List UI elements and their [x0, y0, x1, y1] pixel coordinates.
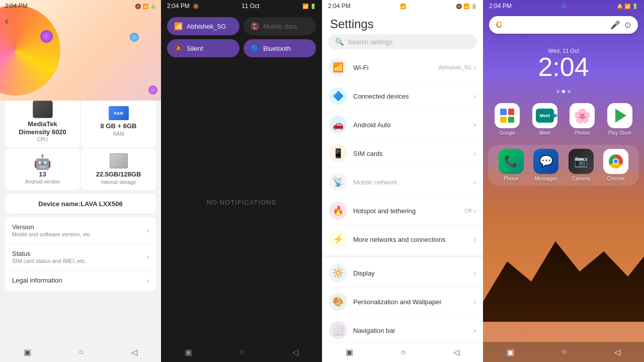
panel4-nav-recent[interactable]: ▣ [507, 347, 514, 357]
decorative-bubble-3 [148, 85, 157, 95]
app-photos[interactable]: 🌸 Photos [566, 103, 599, 136]
settings-item-personalization[interactable]: 🎨 Personalization and Wallpaper › [322, 288, 483, 316]
mobile-data-tile[interactable]: 📵 Mobile data [244, 17, 316, 35]
more-networks-title: More networks and connections [353, 236, 473, 243]
android-auto-icon: 🚗 [329, 116, 347, 134]
google-g-letter: G [562, 3, 567, 10]
connected-devices-icon: 🔷 [329, 87, 347, 105]
mobile-network-chevron: › [473, 178, 476, 186]
settings-item-sim[interactable]: 📱 SIM cards › [322, 139, 483, 168]
panel-home-screen: 2:04 PM G 🔔 📶 🔋 G 🎤 ⊙ Wed, 11 Oct 2:04 [483, 0, 644, 362]
google-grid-icon [500, 109, 514, 123]
camera-app-icon: 📷 [569, 149, 594, 174]
back-button[interactable]: ‹ [5, 15, 9, 27]
google-logo: G [496, 21, 502, 30]
settings-divider [322, 255, 483, 258]
settings-item-mobile-network[interactable]: 📡 Mobile network › [322, 168, 483, 197]
settings-item-nav-bar[interactable]: ⬜ Navigation bar › [322, 316, 483, 342]
bluetooth-tile[interactable]: 🔵 Bluetooth [244, 39, 316, 57]
settings-search-bar[interactable]: 🔍 Search settings [328, 34, 477, 49]
settings-item-hotspot[interactable]: 🔥 Hotspot and tethering Off › [322, 197, 483, 225]
nav-back-icon[interactable]: ◁ [131, 347, 137, 357]
wifi-tile-label: Abhishek_5G [187, 23, 226, 30]
panel3-nav: ▣ ○ ◁ [322, 342, 483, 362]
google-search-bar[interactable]: G 🎤 ⊙ [489, 16, 638, 34]
nav-bar-icon: ⬜ [329, 321, 347, 339]
silent-tile-icon: 🔕 [174, 44, 183, 52]
device-name-text: Device name:LAVA LXX506 [38, 200, 122, 208]
chrome-app-icon [603, 149, 628, 174]
app-messages[interactable]: 💬 Messages [531, 149, 561, 182]
panel2-nav: ▣ ○ ◁ [161, 342, 322, 362]
battery-icon: 🔋 [150, 4, 156, 9]
google-grid-blue [500, 109, 507, 115]
hotspot-title: Hotspot and tethering [353, 207, 464, 215]
spec-card-storage: 22.5GB/128GB Internal storage [81, 148, 156, 190]
version-menu-item[interactable]: Version Model and software version, etc.… [5, 217, 156, 244]
panel2-nav-recent[interactable]: ▣ [185, 347, 192, 357]
about-menu: Version Model and software version, etc.… [5, 217, 156, 291]
page-dot-1 [556, 90, 559, 93]
silent-tile-label: Silent [187, 45, 203, 52]
photos-app-label: Photos [575, 130, 590, 136]
device-header-bg: 2:04 PM 🔕 📶 🔋 ‹ [0, 0, 161, 101]
panel2-status-bar: 2:04 PM 🔕 11 Oct 📶 🔋 [161, 0, 322, 12]
app-chrome[interactable]: Chrome [601, 149, 631, 182]
bluetooth-tile-label: Bluetooth [263, 45, 291, 52]
play-triangle-icon [615, 109, 626, 123]
panel4-battery-icon: 🔋 [632, 4, 638, 9]
google-lens-icon[interactable]: ⊙ [624, 20, 631, 30]
notification-area: NO NOTIFICATIONS [161, 62, 322, 342]
app-phone[interactable]: 📞 Phone [496, 149, 526, 182]
app-grid-row1: Google Meet Meet 🌸 Photos Play Stor [483, 98, 644, 141]
settings-item-connected-devices[interactable]: 🔷 Connected devices › [322, 82, 483, 111]
panel3-nav-back[interactable]: ◁ [453, 347, 459, 357]
app-camera[interactable]: 📷 Camera [566, 149, 596, 182]
personalization-chevron: › [473, 298, 476, 306]
status-title: Status [12, 250, 86, 257]
wifi-tile[interactable]: 📶 Abhishek_5G [167, 17, 239, 35]
settings-item-android-auto[interactable]: 🚗 Android Auto › [322, 111, 483, 139]
status-menu-item[interactable]: Status SIM card status and IMEI, etc. › [5, 244, 156, 270]
app-grid-row2: 📞 Phone 💬 Messages 📷 Camera Chr [488, 145, 639, 186]
personalization-content: Personalization and Wallpaper [353, 298, 473, 306]
panel3-time: 2:04 PM [328, 3, 351, 10]
meet-camera-shape [553, 113, 558, 119]
silent-tile[interactable]: 🔕 Silent [167, 39, 239, 57]
panel1-nav: ▣ ○ ◁ [0, 342, 161, 362]
page-dot-3 [568, 90, 571, 93]
wifi-settings-content: Wi-Fi [353, 64, 438, 71]
app-playstore[interactable]: Play Store [604, 103, 636, 136]
connected-devices-content: Connected devices [353, 93, 473, 100]
panel3-signal-area: 📶 [400, 4, 406, 9]
settings-item-more-networks[interactable]: ⚡ More networks and connections › [322, 225, 483, 254]
hotspot-icon: 🔥 [329, 202, 347, 220]
legal-menu-item[interactable]: Legal information › [5, 270, 156, 291]
display-title: Display [353, 269, 473, 277]
chrome-center-dot [613, 158, 619, 164]
panel3-status-bar: 2:04 PM 📶 🔕 📶 🔋 [322, 0, 483, 12]
panel4-nav-home[interactable]: ○ [562, 347, 567, 356]
panel2-status-icons: 📶 🔋 [302, 4, 316, 9]
settings-item-wifi[interactable]: 📶 Wi-Fi Abhishek_5G › [322, 53, 483, 82]
wifi-icon: 📶 [142, 4, 148, 9]
nav-home-icon[interactable]: ○ [79, 347, 84, 356]
nav-bar-chevron: › [473, 326, 476, 334]
legal-title: Legal information [12, 277, 62, 284]
settings-item-display[interactable]: 🔆 Display › [322, 259, 483, 288]
google-grid-green [508, 117, 515, 123]
wifi-settings-title: Wi-Fi [353, 64, 438, 71]
meet-icon-inner: Meet [536, 109, 554, 123]
cpu-value: MediaTekDimensity 6020 [19, 120, 66, 136]
nav-recent-icon[interactable]: ▣ [24, 347, 31, 357]
panel2-nav-back[interactable]: ◁ [292, 347, 298, 357]
panel3-nav-home[interactable]: ○ [401, 348, 406, 357]
panel2-nav-home[interactable]: ○ [240, 347, 245, 356]
app-google[interactable]: Google [491, 103, 524, 136]
device-name-card: Device name:LAVA LXX506 [5, 194, 156, 213]
app-meet[interactable]: Meet Meet [529, 103, 561, 136]
storage-icon [110, 153, 128, 168]
panel3-nav-recent[interactable]: ▣ [346, 347, 353, 357]
panel4-nav-back[interactable]: ◁ [614, 347, 620, 357]
microphone-icon[interactable]: 🎤 [610, 20, 620, 30]
